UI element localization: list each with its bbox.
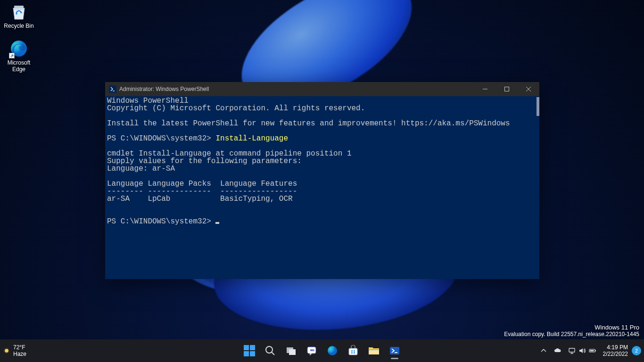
explorer-button[interactable] bbox=[364, 341, 383, 360]
svg-line-12 bbox=[272, 352, 274, 355]
onedrive-tray-icon[interactable] bbox=[551, 341, 564, 360]
chevron-up-icon bbox=[540, 347, 547, 354]
notification-badge[interactable]: 2 bbox=[632, 346, 641, 355]
svg-rect-22 bbox=[354, 350, 355, 352]
svg-rect-6 bbox=[505, 87, 509, 91]
svg-rect-24 bbox=[354, 352, 355, 354]
network-icon bbox=[568, 347, 576, 354]
edge-icon bbox=[327, 345, 338, 356]
window-title: Administrator: Windows PowerShell bbox=[119, 86, 209, 92]
recycle-bin-label: Recycle Bin bbox=[4, 23, 33, 29]
clock-date: 2/22/2022 bbox=[603, 351, 628, 357]
console-prompt: PS C:\WINDOWS\system32> bbox=[107, 134, 215, 143]
svg-rect-32 bbox=[595, 350, 596, 352]
scrollbar-thumb[interactable] bbox=[537, 97, 539, 116]
svg-rect-23 bbox=[351, 352, 353, 354]
task-view-icon bbox=[285, 345, 297, 356]
console-line: ar-SA LpCab BasicTyping, OCR bbox=[107, 195, 293, 203]
taskbar-center bbox=[240, 339, 404, 362]
console-line: Language: ar-SA bbox=[107, 165, 175, 173]
clock[interactable]: 4:19 PM 2/22/2022 bbox=[600, 341, 631, 360]
shortcut-arrow-icon: ↗ bbox=[9, 53, 15, 58]
svg-rect-33 bbox=[590, 350, 594, 352]
console-command: Install-Language bbox=[215, 134, 288, 143]
windows-watermark: Windows 11 Pro Evaluation copy. Build 22… bbox=[504, 324, 639, 337]
taskbar: 72°F Haze bbox=[0, 339, 644, 362]
weather-widget[interactable]: 72°F Haze bbox=[0, 341, 29, 360]
cursor-icon bbox=[215, 222, 219, 224]
sun-icon bbox=[3, 347, 10, 354]
console-prompt: PS C:\WINDOWS\system32> bbox=[107, 217, 215, 226]
recycle-bin-icon[interactable]: Recycle Bin bbox=[2, 2, 36, 29]
windows-logo-icon bbox=[244, 345, 255, 356]
clock-time: 4:19 PM bbox=[603, 344, 628, 351]
store-icon bbox=[347, 345, 359, 356]
svg-rect-28 bbox=[569, 348, 575, 352]
start-button[interactable] bbox=[240, 341, 259, 360]
svg-point-19 bbox=[328, 346, 337, 355]
chat-button[interactable] bbox=[302, 341, 321, 360]
edge-label: Microsoft Edge bbox=[8, 59, 31, 73]
svg-rect-14 bbox=[289, 349, 296, 355]
scrollbar[interactable] bbox=[532, 96, 539, 279]
svg-rect-21 bbox=[351, 350, 353, 352]
edge-icon[interactable]: ↗ Microsoft Edge bbox=[2, 39, 36, 73]
search-button[interactable] bbox=[261, 341, 280, 360]
search-icon bbox=[264, 345, 276, 356]
powershell-icon bbox=[109, 85, 116, 93]
system-tray[interactable] bbox=[565, 341, 599, 360]
weather-cond: Haze bbox=[13, 351, 26, 357]
powershell-taskbar-icon bbox=[389, 345, 400, 356]
powershell-taskbar-button[interactable] bbox=[385, 341, 404, 360]
chat-icon bbox=[306, 345, 317, 356]
console-line: Copyright (C) Microsoft Corporation. All… bbox=[107, 104, 365, 113]
svg-rect-25 bbox=[369, 349, 379, 350]
store-button[interactable] bbox=[344, 341, 363, 360]
desktop[interactable]: Recycle Bin ↗ Microsoft Edge bbox=[0, 0, 644, 362]
weather-temp: 72°F bbox=[13, 344, 26, 351]
watermark-edition: Windows 11 Pro bbox=[504, 324, 639, 331]
volume-icon bbox=[578, 347, 586, 354]
minimize-button[interactable] bbox=[474, 82, 496, 96]
desktop-icons: Recycle Bin ↗ Microsoft Edge bbox=[2, 2, 36, 73]
svg-rect-0 bbox=[14, 6, 24, 8]
watermark-build: Evaluation copy. Build 22557.ni_release.… bbox=[504, 331, 639, 337]
task-view-button[interactable] bbox=[281, 341, 300, 360]
battery-icon bbox=[589, 347, 596, 354]
cloud-icon bbox=[554, 347, 561, 354]
titlebar[interactable]: Administrator: Windows PowerShell bbox=[105, 82, 539, 96]
svg-point-9 bbox=[5, 349, 8, 353]
taskbar-right: 4:19 PM 2/22/2022 2 bbox=[537, 339, 644, 362]
maximize-button[interactable] bbox=[496, 82, 518, 96]
recycle-bin-glyph bbox=[9, 2, 28, 21]
edge-taskbar-button[interactable] bbox=[323, 341, 342, 360]
folder-icon bbox=[368, 345, 380, 356]
svg-point-11 bbox=[266, 346, 272, 353]
console-line: Install the latest PowerShell for new fe… bbox=[107, 119, 510, 128]
console-area[interactable]: Windows PowerShell Copyright (C) Microso… bbox=[105, 96, 539, 279]
tray-overflow-button[interactable] bbox=[537, 341, 550, 360]
svg-rect-18 bbox=[311, 349, 314, 351]
close-button[interactable] bbox=[518, 82, 539, 96]
svg-rect-20 bbox=[349, 348, 357, 355]
powershell-window[interactable]: Administrator: Windows PowerShell Window… bbox=[105, 82, 539, 279]
